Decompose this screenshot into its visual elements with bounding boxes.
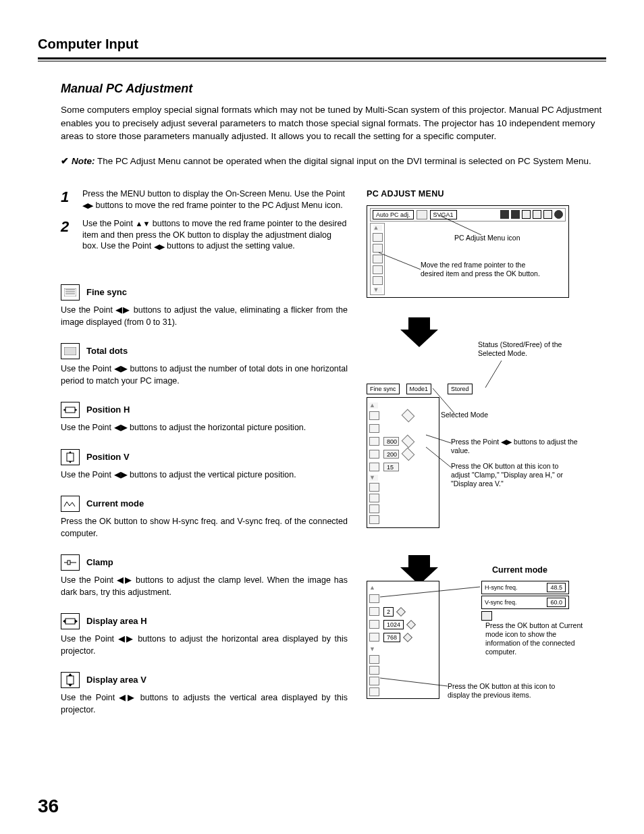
step-text: Press the MENU button to display the On-… [82, 188, 348, 211]
menu-icon [417, 210, 427, 219]
svg-marker-12 [69, 461, 72, 463]
header-rule-thin [38, 61, 606, 61]
item-body: Use the Point ◀▶ buttons to adjust the v… [61, 469, 348, 481]
page-header-title: Computer Input [38, 35, 606, 57]
item-display-area-v: Display area V Use the Point ◀▶ buttons … [61, 672, 348, 716]
panel-row: 2 [369, 606, 437, 617]
panel-row: 15 [369, 462, 399, 473]
step-2: 2 Use the Point ▲▼ buttons to move the r… [61, 218, 348, 253]
step-text-a: Use the Point [82, 219, 136, 228]
menu-top-bar: Auto PC adj. SVGA1 [370, 208, 566, 221]
item-title: Total dots [86, 345, 128, 357]
panel-row [369, 423, 379, 434]
annotation-press-ok: Press the OK button at this icon to adju… [451, 462, 579, 488]
menu-side-icon [369, 504, 379, 513]
step-text-b: buttons to adjust the setting value. [165, 241, 295, 251]
item-body: Press the OK button to show H-sync freq.… [61, 516, 348, 540]
section-heading: Manual PC Adjustment [61, 80, 606, 97]
item-title: Fine sync [86, 286, 127, 298]
value-1024: 1024 [383, 620, 404, 629]
note-block: ✔Note: The PC Adjust Menu cannot be oper… [61, 155, 606, 168]
item-position-h: Position H Use the Point ◀▶ buttons to a… [61, 402, 348, 434]
scroll-down-icon: ▼ [369, 645, 437, 653]
scroll-up-icon: ▲ [369, 583, 437, 592]
panel-row [369, 594, 437, 604]
panel-row: 768 [369, 632, 437, 643]
value-2: 2 [383, 607, 394, 617]
menu-side-icon [373, 244, 383, 253]
h-sync-row: H-sync freq.48.5 [481, 581, 569, 594]
annotation-selected-mode: Selected Mode [441, 411, 488, 419]
value-768: 768 [383, 633, 400, 642]
note-check-icon: ✔ [61, 156, 69, 166]
h-sync-label: H-sync freq. [485, 583, 518, 592]
mode1-box: Mode1 [406, 384, 432, 394]
svg-rect-4 [64, 347, 76, 355]
step-number: 1 [61, 188, 73, 211]
menu-top-icon [554, 210, 563, 219]
menu-side-icon [373, 255, 383, 263]
item-position-v: Position V Use the Point ◀▶ buttons to a… [61, 449, 348, 481]
item-body: Use the Point ◀▶ buttons to adjust the v… [61, 305, 348, 328]
menu-top-icon [500, 210, 509, 219]
menu-top-icon [543, 210, 552, 219]
total-dots-icon [61, 343, 80, 359]
menu-side-icon [369, 494, 379, 502]
right-column: PC ADJUST MENU Auto PC adj. SVGA1 [367, 188, 606, 719]
position-v-icon [61, 449, 80, 465]
annotation-current-mode-info: Press the OK button at Current mode icon… [485, 621, 587, 657]
svg-marker-11 [69, 451, 72, 453]
step-text-b: buttons to move the red frame pointer to… [93, 201, 343, 210]
v-sync-row: V-sync freq.60.0 [481, 596, 569, 609]
menu-side-icon [373, 265, 383, 274]
svga-label: SVGA1 [430, 210, 457, 219]
item-title: Position H [86, 404, 130, 416]
step-text: Use the Point ▲▼ buttons to move the red… [82, 218, 348, 253]
item-total-dots: Total dots Use the Point ◀▶ buttons to a… [61, 343, 348, 387]
item-title: Position V [86, 451, 130, 463]
menu-top-icon [511, 210, 520, 219]
panel-row: 1024 [369, 619, 437, 630]
menu-top-icon [522, 210, 531, 219]
fine-sync-icon [61, 284, 80, 301]
svg-rect-10 [67, 453, 74, 461]
annotation-pc-adjust-icon: PC Adjust Menu icon [454, 234, 520, 242]
value-15: 15 [383, 463, 399, 471]
item-clamp: Clamp Use the Point ◀▶ buttons to adjust… [61, 554, 348, 598]
annotation-previous-items: Press the OK button at this icon to disp… [448, 682, 576, 700]
svg-marker-8 [63, 409, 65, 411]
item-body: Use the Point ◀▶ buttons to adjust the h… [61, 422, 348, 434]
annotation-move-pointer: Move the red frame pointer to the desire… [421, 261, 549, 278]
menu-panel-2: Fine sync Mode1 Stored ▲ 0 800 200 15 ▼ [367, 384, 473, 528]
item-title: Display area V [86, 674, 146, 686]
page-number: 36 [38, 793, 59, 819]
panel-row: 0 [369, 411, 413, 421]
svg-rect-14 [68, 561, 70, 565]
step-1: 1 Press the MENU button to display the O… [61, 188, 348, 211]
menu-side-icon [369, 515, 379, 524]
scroll-down-icon: ▼ [369, 475, 378, 481]
current-mode-icon [61, 496, 80, 512]
menu-side-icon [373, 233, 383, 242]
scroll-down-icon: ▼ [373, 287, 382, 293]
menu-side-icon [369, 483, 379, 492]
scroll-up-icon: ▲ [369, 402, 378, 409]
exit-icon [481, 611, 492, 621]
svg-rect-19 [67, 676, 74, 684]
left-column: 1 Press the MENU button to display the O… [61, 188, 348, 719]
panel-row: 200 [369, 449, 413, 460]
clamp-icon [61, 554, 80, 571]
menu-side-bar: ▲ ▼ [370, 223, 385, 295]
item-fine-sync: Fine sync Use the Point ◀▶ buttons to ad… [61, 284, 348, 328]
scroll-up-icon: ▲ [373, 225, 382, 231]
h-sync-value: 48.5 [547, 583, 566, 592]
item-current-mode: Current mode Press the OK button to show… [61, 496, 348, 540]
svg-rect-5 [65, 407, 75, 413]
intro-paragraph: Some computers employ special signal for… [61, 103, 606, 143]
menu-side-icon [373, 276, 383, 285]
big-arrow-icon [400, 330, 438, 347]
display-area-h-icon [61, 613, 80, 629]
item-title: Clamp [86, 556, 113, 569]
annotation-press-adjust: Press the Point ◀▶ buttons to adjust the… [451, 438, 579, 455]
item-title: Current mode [86, 498, 144, 510]
